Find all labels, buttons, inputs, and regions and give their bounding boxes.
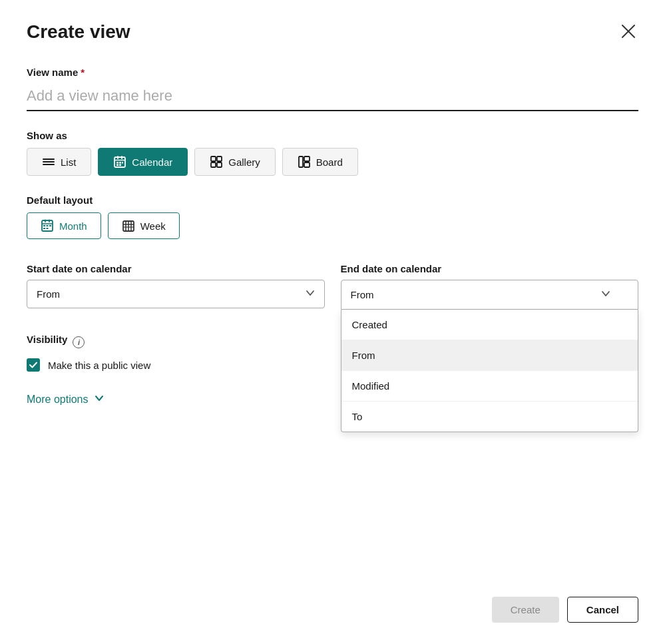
svg-rect-14 bbox=[211, 157, 216, 161]
end-date-label: End date on calendar bbox=[341, 263, 639, 274]
svg-rect-28 bbox=[43, 228, 45, 229]
public-view-label: Make this a public view bbox=[48, 360, 150, 371]
view-type-gallery-label: Gallery bbox=[228, 157, 260, 168]
svg-rect-9 bbox=[116, 162, 118, 164]
view-name-label: View name* bbox=[27, 67, 638, 78]
gallery-icon bbox=[210, 155, 223, 168]
view-type-list[interactable]: List bbox=[27, 148, 91, 176]
show-as-buttons: List Calendar bbox=[27, 148, 638, 176]
svg-rect-26 bbox=[47, 225, 49, 226]
show-as-label: Show as bbox=[27, 130, 638, 141]
svg-rect-12 bbox=[116, 164, 118, 166]
view-type-calendar-label: Calendar bbox=[132, 157, 172, 168]
end-date-dropdown-trigger[interactable]: From bbox=[341, 280, 639, 310]
start-date-field: Start date on calendar From Created Modi… bbox=[27, 263, 325, 310]
view-type-list-label: List bbox=[61, 157, 76, 168]
dates-row: Start date on calendar From Created Modi… bbox=[27, 263, 638, 310]
svg-rect-16 bbox=[211, 162, 216, 167]
cancel-button[interactable]: Cancel bbox=[567, 597, 638, 623]
dialog-title: Create view bbox=[27, 21, 130, 43]
view-type-calendar[interactable]: Calendar bbox=[98, 148, 188, 176]
svg-rect-15 bbox=[217, 157, 222, 161]
end-date-field: End date on calendar From Created From M… bbox=[341, 263, 639, 310]
calendar-icon bbox=[113, 155, 126, 168]
close-button[interactable] bbox=[618, 21, 638, 41]
end-date-dropdown-wrapper: From Created From Modified To bbox=[341, 280, 639, 310]
view-name-input[interactable] bbox=[27, 83, 638, 111]
layout-week-label: Week bbox=[140, 220, 166, 232]
default-layout-section: Default layout Month bbox=[27, 194, 638, 239]
view-type-board[interactable]: Board bbox=[282, 148, 358, 176]
start-date-dropdown-wrapper: From Created Modified To bbox=[27, 280, 325, 308]
svg-rect-18 bbox=[299, 157, 303, 167]
month-icon bbox=[41, 219, 54, 232]
visibility-label: Visibility bbox=[27, 334, 67, 345]
public-view-checkbox[interactable] bbox=[27, 358, 40, 372]
svg-rect-11 bbox=[122, 162, 123, 164]
svg-rect-29 bbox=[47, 228, 49, 229]
svg-rect-13 bbox=[119, 164, 121, 166]
more-options-button[interactable]: More options bbox=[27, 393, 105, 406]
view-type-board-label: Board bbox=[316, 157, 343, 168]
end-date-option-from[interactable]: From bbox=[341, 340, 638, 371]
start-date-dropdown[interactable]: From Created Modified To bbox=[27, 280, 325, 308]
dialog-header: Create view bbox=[27, 21, 638, 43]
end-date-option-created[interactable]: Created bbox=[341, 310, 638, 340]
end-date-option-modified[interactable]: Modified bbox=[341, 371, 638, 402]
more-options-chevron-icon bbox=[94, 393, 105, 406]
visibility-info-icon[interactable]: i bbox=[73, 336, 85, 348]
required-indicator: * bbox=[81, 67, 85, 78]
svg-rect-10 bbox=[119, 162, 121, 164]
board-icon bbox=[298, 155, 311, 168]
end-date-value: From bbox=[351, 289, 374, 300]
end-date-chevron-icon bbox=[600, 288, 611, 301]
layout-month-label: Month bbox=[59, 220, 87, 232]
layout-buttons: Month Week bbox=[27, 212, 638, 239]
start-date-label: Start date on calendar bbox=[27, 263, 325, 274]
footer-buttons: Create Cancel bbox=[492, 583, 638, 623]
create-view-dialog: Create view View name* Show as bbox=[0, 0, 665, 644]
end-date-option-to[interactable]: To bbox=[341, 402, 638, 432]
svg-rect-17 bbox=[217, 162, 222, 167]
svg-rect-20 bbox=[304, 162, 310, 167]
show-as-section: Show as List bbox=[27, 130, 638, 176]
svg-rect-19 bbox=[304, 157, 310, 161]
week-icon bbox=[122, 219, 135, 232]
end-date-dropdown-list: Created From Modified To bbox=[341, 310, 639, 432]
create-button: Create bbox=[492, 597, 559, 623]
layout-month[interactable]: Month bbox=[27, 212, 101, 239]
default-layout-label: Default layout bbox=[27, 194, 638, 206]
layout-week[interactable]: Week bbox=[108, 212, 180, 239]
view-name-section: View name* bbox=[27, 67, 638, 111]
svg-rect-27 bbox=[49, 225, 51, 226]
more-options-label: More options bbox=[27, 394, 89, 406]
list-icon bbox=[42, 155, 55, 168]
svg-rect-25 bbox=[43, 225, 45, 226]
view-type-gallery[interactable]: Gallery bbox=[194, 148, 276, 176]
